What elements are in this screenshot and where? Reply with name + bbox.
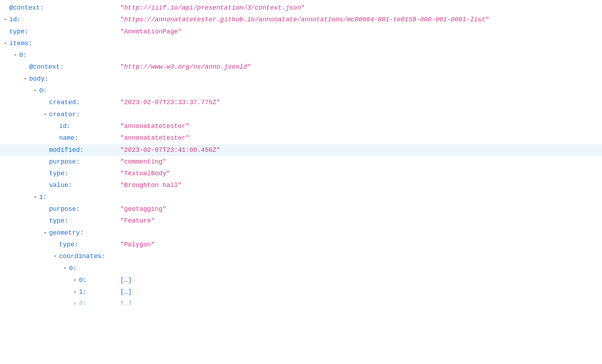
json-row[interactable]: name:"annonatatetester": [0, 132, 602, 144]
json-row[interactable]: type:"Feature": [0, 215, 602, 227]
json-value: "2023-02-07T23:41:06.456Z": [120, 144, 220, 156]
json-key[interactable]: 0: [69, 265, 73, 272]
json-value: "TextualBody": [120, 168, 170, 180]
json-key[interactable]: body: [29, 75, 44, 82]
json-value: "annonatatetester": [120, 132, 189, 144]
json-row[interactable]: created:"2023-02-07T23:33:37.775Z": [0, 97, 602, 108]
json-key[interactable]: value: [49, 182, 68, 189]
json-key[interactable]: type: [49, 170, 64, 177]
json-row[interactable]: type:"TextualBody": [0, 168, 602, 180]
json-key[interactable]: items: [9, 40, 28, 47]
json-key[interactable]: created: [49, 99, 76, 106]
collapse-icon[interactable]: [13, 53, 18, 58]
collapse-icon[interactable]: [43, 230, 48, 235]
json-value: "http://www.w3.org/ns/anno.jsonld": [120, 61, 251, 73]
json-row[interactable]: coordinates:: [0, 251, 602, 262]
expand-icon[interactable]: [73, 278, 78, 283]
json-row[interactable]: type:"AnnotationPage": [0, 26, 602, 38]
json-row[interactable]: id:"annonatatetester": [0, 121, 602, 132]
json-key[interactable]: @context: [9, 4, 40, 11]
collapsed-array[interactable]: […]: [120, 274, 132, 286]
expand-icon[interactable]: [73, 289, 78, 294]
collapse-icon[interactable]: [33, 195, 38, 200]
json-value: "geotagging": [120, 203, 167, 215]
json-key[interactable]: id: [9, 16, 17, 23]
collapsed-array[interactable]: […]: [120, 298, 132, 305]
json-key[interactable]: coordinates: [59, 253, 101, 260]
json-row[interactable]: creator:: [0, 109, 602, 121]
json-value: "AnnotationPage": [120, 26, 182, 38]
json-row[interactable]: id:"https://annonatatetester.github.io/a…: [0, 14, 602, 26]
json-row[interactable]: purpose:"commenting": [0, 156, 602, 168]
json-row[interactable]: geometry:: [0, 227, 602, 239]
collapse-icon[interactable]: [3, 17, 8, 22]
json-row[interactable]: 0:: [0, 85, 602, 97]
json-key[interactable]: 0: [19, 52, 23, 59]
json-key[interactable]: 0: [79, 277, 83, 284]
json-value: "Broughton hall": [120, 180, 182, 191]
json-value: "commenting": [120, 156, 167, 168]
collapse-icon[interactable]: [23, 76, 28, 81]
json-key[interactable]: 0: [39, 87, 43, 94]
json-key[interactable]: modified: [49, 146, 80, 154]
collapsed-array[interactable]: […]: [120, 286, 132, 298]
json-row[interactable]: 1:: [0, 192, 602, 203]
json-key[interactable]: purpose: [49, 205, 76, 213]
json-tree-viewer: @context:"http://iiif.io/api/presentatio…: [0, 2, 602, 305]
json-row[interactable]: modified:"2023-02-07T23:41:06.456Z": [0, 144, 602, 156]
json-row[interactable]: 2:[…]: [0, 298, 602, 305]
json-key[interactable]: purpose: [49, 158, 76, 165]
json-value: "annonatatetester": [120, 121, 189, 132]
json-row[interactable]: value:"Broughton hall": [0, 180, 602, 191]
json-key[interactable]: type: [49, 217, 64, 224]
json-row[interactable]: type:"Polygon": [0, 239, 602, 251]
json-row[interactable]: @context:"http://www.w3.org/ns/anno.json…: [0, 61, 602, 73]
json-key[interactable]: id: [59, 123, 67, 130]
expand-icon[interactable]: [73, 301, 78, 305]
json-value: "Polygon": [120, 239, 155, 251]
collapse-icon[interactable]: [33, 88, 38, 93]
json-row[interactable]: 0:: [0, 49, 602, 61]
collapse-icon[interactable]: [53, 254, 58, 259]
json-key[interactable]: type: [9, 28, 25, 35]
json-row[interactable]: 0:: [0, 263, 602, 274]
json-key[interactable]: creator: [49, 111, 76, 118]
collapse-icon[interactable]: [3, 41, 8, 46]
json-key[interactable]: @context: [29, 63, 60, 70]
json-key[interactable]: type: [59, 241, 74, 248]
json-row[interactable]: 1:[…]: [0, 286, 602, 298]
json-key[interactable]: name: [59, 134, 74, 141]
json-key[interactable]: 1: [39, 194, 43, 201]
json-key[interactable]: geometry: [49, 229, 80, 236]
collapse-icon[interactable]: [43, 112, 48, 117]
json-value: "Feature": [120, 215, 155, 227]
json-row[interactable]: @context:"http://iiif.io/api/presentatio…: [0, 2, 602, 14]
json-row[interactable]: body:: [0, 73, 602, 85]
json-key[interactable]: 1: [79, 288, 83, 295]
json-value: "2023-02-07T23:33:37.775Z": [120, 97, 220, 108]
json-row[interactable]: items:: [0, 38, 602, 49]
json-value: "http://iiif.io/api/presentation/3/conte…: [120, 2, 305, 14]
collapse-icon[interactable]: [63, 266, 68, 271]
json-row[interactable]: 0:[…]: [0, 274, 602, 286]
json-value: "https://annonatatetester.github.io/anno…: [120, 14, 489, 26]
json-key[interactable]: 2: [79, 300, 83, 305]
json-row[interactable]: purpose:"geotagging": [0, 203, 602, 215]
